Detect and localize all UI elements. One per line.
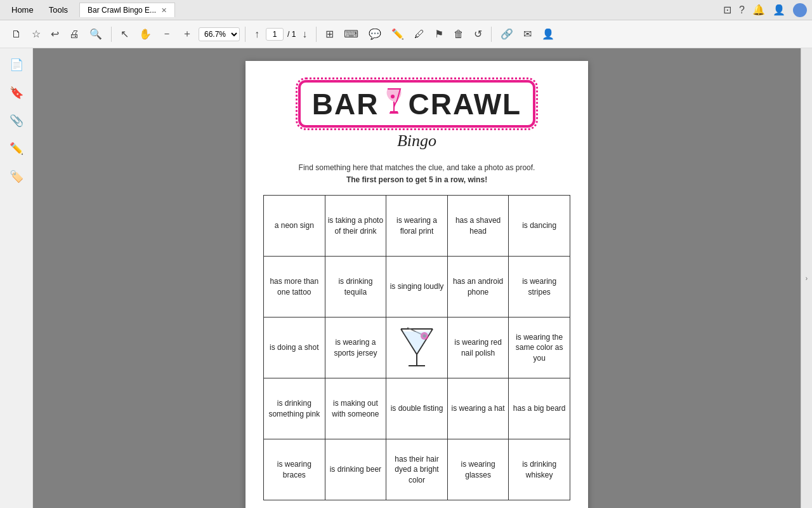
keyboard-btn[interactable]: ⌨ [340, 25, 362, 43]
sep2 [245, 27, 246, 42]
link-btn[interactable]: 🔗 [497, 25, 517, 43]
grid-cell-4-1: is drinking beer [325, 439, 386, 500]
tab-close-btn[interactable]: ✕ [161, 6, 167, 15]
zoom-select[interactable]: 66.7% [199, 27, 240, 41]
grid-cell-1-2: is singing loudly [386, 257, 448, 318]
tab-label: Bar Crawl Bingo E... [88, 6, 156, 15]
bingo-grid: a neon signis taking a photo of their dr… [263, 195, 570, 500]
martini-icon [389, 320, 445, 375]
zoom-out-search-btn[interactable]: 🔍 [86, 25, 106, 43]
bell-icon[interactable]: 🔔 [752, 4, 765, 16]
grid-cell-3-4: has a big beard [509, 378, 570, 439]
grid-cell-1-4: is wearing stripes [509, 257, 570, 318]
svg-marker-11 [403, 331, 431, 353]
crawl-text: CRAWL [409, 90, 522, 119]
tools-menu-btn[interactable]: Tools [43, 4, 74, 16]
comment-btn[interactable]: 💬 [365, 25, 385, 43]
monitor-icon[interactable]: ⊡ [723, 4, 731, 16]
grid-cell-1-3: has an android phone [447, 257, 509, 318]
grid-cell-0-1: is taking a photo of their drink [325, 196, 386, 257]
browser-tab[interactable]: Bar Crawl Bingo E... ✕ [79, 3, 175, 17]
grid-cell-3-0: is drinking something pink [264, 378, 325, 439]
content-area[interactable]: BAR CRAWL Bingo [33, 48, 801, 508]
grid-cell-2-1: is wearing a sports jersey [325, 318, 386, 378]
grid-cell-0-3: has a shaved head [447, 196, 509, 257]
grid-cell-3-3: is wearing a hat [447, 378, 509, 439]
avatar[interactable] [793, 3, 807, 17]
hand-tool-btn[interactable]: ✋ [135, 25, 155, 43]
cursor-tool-btn[interactable]: ↖ [117, 25, 133, 43]
delete-btn[interactable]: 🗑 [450, 26, 468, 43]
bingo-title-box: BAR CRAWL [298, 80, 535, 128]
prev-page-btn[interactable]: ↑ [251, 26, 263, 43]
grid-cell-4-4: is drinking whiskey [509, 439, 570, 500]
svg-point-0 [391, 95, 395, 98]
mail-btn[interactable]: ✉ [520, 25, 535, 43]
highlight-btn[interactable]: 🖊 [410, 26, 428, 43]
grid-cell-3-1: is making out with someone [325, 378, 386, 439]
zoom-plus-btn[interactable]: ＋ [178, 25, 196, 43]
person-btn[interactable]: 👤 [538, 25, 558, 43]
edit-sidebar-icon[interactable]: ✏️ [5, 137, 28, 160]
star-btn[interactable]: ☆ [28, 25, 44, 43]
stamp-btn[interactable]: ⚑ [431, 25, 447, 43]
zoom-minus-btn[interactable]: － [158, 25, 176, 43]
bookmark-sidebar-icon[interactable]: 🔖 [5, 81, 28, 104]
refresh-btn[interactable]: ↺ [470, 25, 486, 43]
sep3 [316, 27, 317, 42]
pen-btn[interactable]: ✏️ [388, 25, 408, 43]
next-page-btn[interactable]: ↓ [298, 26, 311, 43]
title-bar-icons: ⊡ ? 🔔 👤 [723, 3, 807, 17]
bar-text: BAR [312, 90, 379, 119]
page-sidebar-icon[interactable]: 📄 [5, 53, 28, 76]
sep4 [491, 27, 492, 42]
print-btn[interactable]: 🖨 [65, 26, 83, 43]
grid-cell-1-1: is drinking tequila [325, 257, 386, 318]
grid-cell-0-2: is wearing a floral print [386, 196, 448, 257]
main-area: 📄 🔖 📎 ✏️ 🏷️ BAR [0, 48, 812, 508]
sep1 [111, 27, 112, 42]
grid-cell-0-4: is dancing [509, 196, 570, 257]
grid-cell-0-0: a neon sign [264, 196, 325, 257]
page-input[interactable] [266, 28, 284, 41]
grid-cell-2-3: is wearing red nail polish [447, 318, 509, 378]
toolbar: 🗋 ☆ ↩ 🖨 🔍 ↖ ✋ － ＋ 66.7% ↑ / 1 ↓ ⊞ ⌨ 💬 ✏️… [0, 20, 812, 48]
bingo-header: BAR CRAWL Bingo [263, 80, 570, 150]
grid-cell-2-2 [386, 318, 448, 378]
home-menu-btn[interactable]: Home [5, 4, 40, 16]
page-total: / 1 [287, 30, 296, 39]
grid-cell-1-0: has more than one tattoo [264, 257, 325, 318]
right-collapse-btn[interactable]: › [801, 48, 812, 508]
grid-cell-3-2: is double fisting [386, 378, 448, 439]
document-page: BAR CRAWL Bingo [246, 61, 588, 508]
title-bar: Home Tools Bar Crawl Bingo E... ✕ ⊡ ? 🔔 … [0, 0, 812, 20]
left-sidebar: 📄 🔖 📎 ✏️ 🏷️ [0, 48, 33, 508]
grid-cell-2-0: is doing a shot [264, 318, 325, 378]
grid-cell-4-3: is wearing glasses [447, 439, 509, 500]
wine-glass-icon [384, 88, 403, 120]
attach-sidebar-icon[interactable]: 📎 [5, 109, 28, 132]
bingo-instructions: Find something here that matches the clu… [263, 162, 570, 186]
back-btn[interactable]: ↩ [47, 25, 63, 43]
bingo-script-text: Bingo [397, 131, 436, 150]
grid-btn[interactable]: ⊞ [322, 25, 337, 43]
grid-cell-4-2: has their hair dyed a bright color [386, 439, 448, 500]
grid-cell-4-0: is wearing braces [264, 439, 325, 500]
new-doc-btn[interactable]: 🗋 [8, 26, 25, 43]
person-icon[interactable]: 👤 [773, 4, 785, 16]
grid-cell-2-4: is wearing the same color as you [509, 318, 570, 378]
badge-sidebar-icon[interactable]: 🏷️ [5, 165, 28, 188]
help-icon[interactable]: ? [739, 4, 745, 16]
